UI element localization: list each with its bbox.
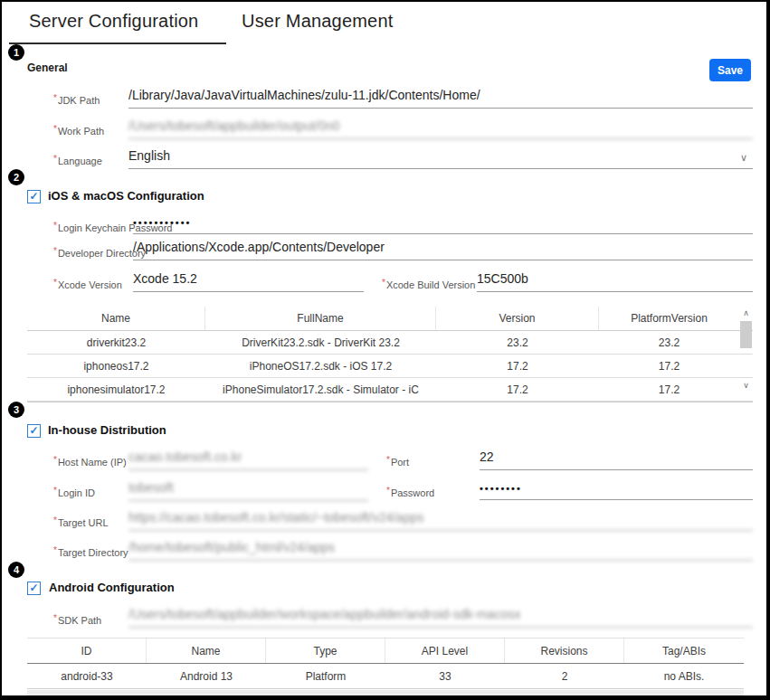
column-header-id: ID xyxy=(27,639,147,663)
port-label: *Port xyxy=(386,455,409,468)
tab-server-configuration[interactable]: Server Configuration xyxy=(29,11,198,32)
login-id-input[interactable]: tobesoft xyxy=(128,480,368,501)
target-url-input[interactable]: https://cacao.tobesoft.co.kr/static/~tob… xyxy=(128,510,753,531)
column-header-type: Type xyxy=(266,639,385,663)
cell-revisions: 2 xyxy=(505,664,624,688)
server-configuration-window: Server Configuration User Management 1 2… xyxy=(0,0,770,700)
active-tab-underline xyxy=(9,43,226,44)
port-input[interactable]: 22 xyxy=(480,449,753,470)
android-sdk-table-header: ID Name Type API Level Revisions Tag/ABI… xyxy=(27,639,744,664)
column-header-version: Version xyxy=(436,307,599,330)
column-header-api-level: API Level xyxy=(385,639,505,663)
xcode-version-input[interactable]: Xcode 15.2 xyxy=(133,271,364,292)
language-selected-value: English xyxy=(128,148,170,163)
ios-sdk-table-scrollbar[interactable]: ∧ ∨ xyxy=(739,307,753,402)
inhouse-checkbox[interactable]: ✓ xyxy=(27,424,41,438)
step-badge-1: 1 xyxy=(8,44,24,61)
inhouse-section-heading: In-house Distribution xyxy=(48,423,166,437)
language-select[interactable]: English ∨ xyxy=(128,148,753,169)
step-badge-4: 4 xyxy=(8,562,24,578)
login-id-label: *Login ID xyxy=(53,486,95,498)
table-row[interactable]: driverkit23.2 DriverKit23.2.sdk - Driver… xyxy=(27,331,753,355)
ios-sdk-table: Name FullName Version PlatformVersion dr… xyxy=(27,307,753,402)
login-keychain-password-input[interactable]: ••••••••••• xyxy=(133,213,753,234)
general-section-heading: General xyxy=(27,61,68,74)
table-row[interactable]: iphonesimulator17.2 iPhoneSimulator17.2.… xyxy=(27,378,753,402)
ios-macos-checkbox[interactable]: ✓ xyxy=(27,190,41,203)
cell-tag-abis: no ABIs. xyxy=(624,664,744,688)
cell-version: 17.2 xyxy=(436,378,599,401)
step-badge-3: 3 xyxy=(8,402,24,418)
cell-version: 23.2 xyxy=(436,331,599,354)
ios-sdk-table-header: Name FullName Version PlatformVersion xyxy=(27,307,753,331)
chevron-down-icon: ∨ xyxy=(740,152,747,164)
column-header-name: Name xyxy=(27,307,205,330)
cell-name: iphoneos17.2 xyxy=(27,355,205,377)
cell-id: android-33 xyxy=(27,664,147,688)
scroll-up-button[interactable]: ∧ xyxy=(739,307,753,319)
save-button[interactable]: Save xyxy=(709,59,751,81)
cell-fullname: iPhoneOS17.2.sdk - iOS 17.2 xyxy=(205,355,436,377)
ios-macos-section-heading: iOS & macOS Configuration xyxy=(48,189,204,203)
android-table-scroll-track[interactable] xyxy=(27,690,744,700)
table-row[interactable]: iphoneos17.2 iPhoneOS17.2.sdk - iOS 17.2… xyxy=(27,355,753,378)
cell-platformversion: 17.2 xyxy=(599,378,739,401)
jdk-path-label: *JDK Path xyxy=(53,93,100,106)
step-badge-2: 2 xyxy=(8,169,24,185)
column-header-platformversion: PlatformVersion xyxy=(599,307,739,330)
android-sdk-table: ID Name Type API Level Revisions Tag/ABI… xyxy=(27,638,744,689)
password-input[interactable]: •••••••• xyxy=(480,479,753,500)
language-label: *Language xyxy=(53,154,102,166)
cell-version: 17.2 xyxy=(436,355,599,377)
work-path-input[interactable]: /Users/tobesoft/appbuilder/output/0n0 xyxy=(128,118,753,139)
column-header-name: Name xyxy=(147,639,266,663)
target-url-label: *Target URL xyxy=(53,516,109,528)
android-checkbox[interactable]: ✓ xyxy=(27,582,41,595)
password-label: *Password xyxy=(386,486,434,498)
tab-user-management[interactable]: User Management xyxy=(242,11,394,32)
developer-directory-label: *Developer Directory xyxy=(53,246,146,259)
xcode-version-label: *Xcode Version xyxy=(53,278,122,290)
jdk-path-input[interactable]: /Library/Java/JavaVirtualMachines/zulu-1… xyxy=(128,88,753,109)
scroll-down-button[interactable]: ∨ xyxy=(739,379,753,392)
cell-name: driverkit23.2 xyxy=(27,331,205,354)
column-header-fullname: FullName xyxy=(205,307,436,330)
cell-name: Android 13 xyxy=(147,664,266,688)
target-directory-label: *Target Directory xyxy=(53,545,128,558)
host-name-input[interactable]: cacao.tobesoft.co.kr xyxy=(128,449,368,470)
xcode-build-version-label: *Xcode Build Version xyxy=(382,278,475,290)
sdk-path-label: *SDK Path xyxy=(53,613,101,626)
cell-fullname: DriverKit23.2.sdk - DriverKit 23.2 xyxy=(205,331,436,354)
cell-fullname: iPhoneSimulator17.2.sdk - Simulator - iC xyxy=(205,378,436,401)
developer-directory-input[interactable]: /Applications/Xcode.app/Contents/Develop… xyxy=(133,240,753,260)
android-section-heading: Android Configuration xyxy=(49,581,175,594)
cell-platformversion: 17.2 xyxy=(599,355,739,377)
cell-name: iphonesimulator17.2 xyxy=(27,378,205,401)
work-path-label: *Work Path xyxy=(53,124,104,137)
host-name-label: *Host Name (IP) xyxy=(53,455,127,468)
column-header-tag-abis: Tag/ABIs xyxy=(624,639,744,663)
cell-api-level: 33 xyxy=(385,664,505,688)
table-row[interactable]: android-33 Android 13 Platform 33 2 no A… xyxy=(27,664,744,689)
column-header-revisions: Revisions xyxy=(505,639,624,663)
xcode-build-version-input[interactable]: 15C500b xyxy=(477,271,753,292)
sdk-path-input[interactable]: /Users/tobesoft/appbuilder/workspace/app… xyxy=(128,607,753,628)
cell-type: Platform xyxy=(266,664,385,688)
target-directory-input[interactable]: /home/tobesoft/public_html/v24/apps xyxy=(128,540,753,561)
scrollbar-thumb[interactable] xyxy=(740,321,752,348)
cell-platformversion: 23.2 xyxy=(599,331,739,354)
